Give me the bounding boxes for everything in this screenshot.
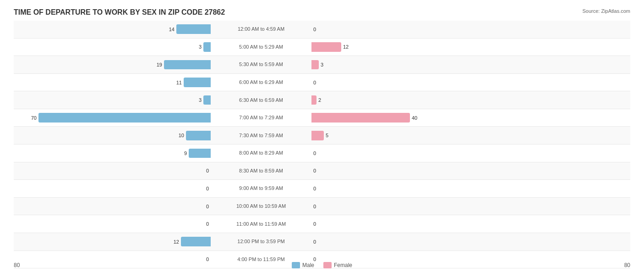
left-section: 12 [14, 233, 211, 251]
bar-row: 12 12:00 PM to 3:59 PM 0 [14, 233, 630, 251]
row-label: 7:30 AM to 7:59 AM [211, 133, 311, 139]
left-section: 11 [14, 74, 211, 91]
row-label: 6:00 AM to 6:29 AM [211, 79, 311, 85]
male-value: 70 [31, 115, 37, 121]
right-section: 12 [311, 39, 508, 56]
left-section: 9 [14, 145, 211, 162]
bar-row: 0 11:00 AM to 11:59 AM 0 [14, 215, 630, 233]
bar-male: 3 [203, 95, 211, 105]
chart-container: TIME OF DEPARTURE TO WORK BY SEX IN ZIP … [0, 0, 644, 273]
row-label: 8:00 AM to 8:29 AM [211, 150, 311, 156]
bar-male: 9 [189, 149, 211, 158]
right-section: 40 [311, 109, 508, 127]
left-section: 0 [14, 198, 211, 215]
bar-male: 14 [176, 24, 211, 34]
row-label: 7:00 AM to 7:29 AM [211, 115, 311, 121]
row-label: 5:30 AM to 5:59 AM [211, 61, 311, 67]
right-section: 2 [311, 91, 508, 109]
bar-row: 9 8:00 AM to 8:29 AM 0 [14, 145, 630, 162]
left-section: 0 [14, 180, 211, 197]
row-label: 6:30 AM to 6:59 AM [211, 97, 311, 103]
left-section: 19 [14, 56, 211, 73]
bar-row: 10 7:30 AM to 7:59 AM 5 [14, 127, 630, 145]
right-section: 0 [311, 74, 508, 91]
left-section: 3 [14, 39, 211, 56]
bar-male: 12 [181, 237, 211, 246]
bar-female: 12 [311, 42, 341, 52]
bar-row: 11 6:00 AM to 6:29 AM 0 [14, 74, 630, 92]
bar-female: 40 [311, 113, 410, 123]
female-value: 0 [313, 27, 316, 32]
female-value: 40 [412, 115, 417, 121]
rows-wrapper: 14 12:00 AM to 4:59 AM 0 3 5:00 AM to 5:… [14, 21, 630, 268]
female-value: 0 [313, 221, 316, 227]
male-value-zero: 0 [206, 168, 209, 173]
row-label: 11:00 AM to 11:59 AM [211, 221, 311, 227]
left-section: 3 [14, 91, 211, 109]
female-value: 3 [321, 62, 323, 67]
left-section: 0 [14, 162, 211, 180]
axis-bottom: 80 Male Female 80 [14, 255, 630, 268]
bar-female: 5 [311, 131, 324, 140]
male-value: 9 [184, 150, 187, 156]
female-value: 12 [343, 44, 349, 50]
chart-source: Source: ZipAtlas.com [582, 8, 630, 14]
bar-row: 70 7:00 AM to 7:29 AM 40 [14, 109, 630, 127]
bar-row: 0 8:30 AM to 8:59 AM 0 [14, 162, 630, 180]
left-section: 70 [14, 109, 211, 127]
chart-title: TIME OF DEPARTURE TO WORK BY SEX IN ZIP … [14, 8, 630, 17]
bar-female: 3 [311, 60, 319, 70]
bar-male: 11 [184, 78, 211, 87]
bar-male: 10 [186, 131, 211, 140]
right-section: 0 [311, 180, 508, 197]
bar-male: 19 [164, 60, 211, 70]
right-section: 0 [311, 198, 508, 215]
row-label: 8:30 AM to 8:59 AM [211, 168, 311, 174]
row-label: 5:00 AM to 5:29 AM [211, 44, 311, 50]
bar-male: 70 [38, 113, 211, 123]
right-section: 3 [311, 56, 508, 73]
female-value: 0 [313, 150, 316, 156]
row-label: 12:00 PM to 3:59 PM [211, 239, 311, 245]
left-section: 10 [14, 127, 211, 144]
right-section: 0 [311, 162, 508, 180]
bar-row: 0 9:00 AM to 9:59 AM 0 [14, 180, 630, 198]
bar-male: 3 [203, 42, 211, 52]
left-section: 14 [14, 21, 211, 38]
female-value: 0 [313, 239, 316, 245]
legend-female-label: Female [334, 262, 352, 268]
male-value: 14 [169, 27, 175, 32]
legend-male-box [292, 262, 300, 268]
male-value: 3 [199, 97, 202, 103]
right-section: 0 [311, 215, 508, 233]
legend-male: Male [292, 262, 314, 268]
right-section: 5 [311, 127, 508, 144]
right-section: 0 [311, 233, 508, 251]
male-value-zero: 0 [206, 221, 209, 227]
row-label: 10:00 AM to 10:59 AM [211, 203, 311, 209]
bar-row: 3 6:30 AM to 6:59 AM 2 [14, 91, 630, 109]
right-section: 0 [311, 21, 508, 38]
row-label: 9:00 AM to 9:59 AM [211, 185, 311, 191]
legend-female-box [323, 262, 332, 268]
male-value: 11 [176, 80, 182, 85]
female-value: 0 [313, 186, 316, 191]
row-label: 12:00 AM to 4:59 AM [211, 26, 311, 32]
legend: Male Female [292, 262, 352, 268]
female-value: 0 [313, 80, 316, 85]
bar-row: 14 12:00 AM to 4:59 AM 0 [14, 21, 630, 39]
male-value-zero: 0 [206, 186, 209, 191]
male-value: 12 [174, 239, 179, 245]
axis-right-label: 80 [624, 262, 630, 268]
axis-left-label: 80 [14, 262, 20, 268]
legend-female: Female [323, 262, 352, 268]
female-value: 0 [313, 168, 316, 173]
chart-main: 14 12:00 AM to 4:59 AM 0 3 5:00 AM to 5:… [14, 21, 630, 268]
bar-row: 3 5:00 AM to 5:29 AM 12 [14, 39, 630, 56]
male-value: 19 [157, 62, 162, 67]
female-value: 0 [313, 204, 316, 209]
female-value: 2 [318, 97, 321, 103]
male-value-zero: 0 [206, 204, 209, 209]
bar-female: 2 [311, 95, 317, 105]
male-value: 10 [179, 133, 184, 138]
